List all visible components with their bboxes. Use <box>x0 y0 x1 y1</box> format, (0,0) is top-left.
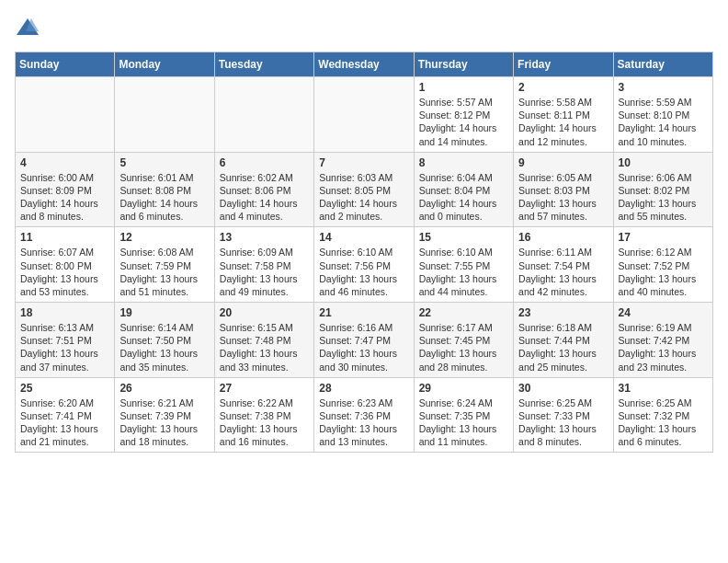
day-info: Sunrise: 5:59 AM Sunset: 8:10 PM Dayligh… <box>619 96 708 148</box>
calendar-cell: 30Sunrise: 6:25 AM Sunset: 7:33 PM Dayli… <box>514 377 613 453</box>
day-info: Sunrise: 6:18 AM Sunset: 7:44 PM Dayligh… <box>518 321 608 373</box>
day-number: 20 <box>220 306 309 319</box>
day-number: 4 <box>20 156 109 169</box>
day-number: 5 <box>119 156 209 169</box>
week-row-3: 11Sunrise: 6:07 AM Sunset: 8:00 PM Dayli… <box>16 227 713 303</box>
week-row-2: 4Sunrise: 6:00 AM Sunset: 8:09 PM Daylig… <box>16 152 713 227</box>
weekday-saturday: Saturday <box>613 52 712 77</box>
calendar-cell: 8Sunrise: 6:04 AM Sunset: 8:04 PM Daylig… <box>414 152 513 227</box>
calendar-cell: 24Sunrise: 6:19 AM Sunset: 7:42 PM Dayli… <box>613 303 712 378</box>
day-info: Sunrise: 6:04 AM Sunset: 8:04 PM Dayligh… <box>419 171 508 224</box>
day-info: Sunrise: 6:09 AM Sunset: 7:58 PM Dayligh… <box>220 246 309 298</box>
day-number: 1 <box>419 81 508 94</box>
day-info: Sunrise: 6:23 AM Sunset: 7:36 PM Dayligh… <box>319 396 408 449</box>
day-number: 12 <box>119 231 209 244</box>
day-info: Sunrise: 6:13 AM Sunset: 7:51 PM Dayligh… <box>20 321 109 373</box>
day-info: Sunrise: 6:05 AM Sunset: 8:03 PM Dayligh… <box>518 171 608 224</box>
calendar-cell: 26Sunrise: 6:21 AM Sunset: 7:39 PM Dayli… <box>115 377 214 453</box>
day-info: Sunrise: 6:00 AM Sunset: 8:09 PM Dayligh… <box>20 171 109 224</box>
day-info: Sunrise: 6:19 AM Sunset: 7:42 PM Dayligh… <box>619 321 708 373</box>
calendar-cell: 21Sunrise: 6:16 AM Sunset: 7:47 PM Dayli… <box>314 303 414 378</box>
weekday-header-row: SundayMondayTuesdayWednesdayThursdayFrid… <box>16 52 713 77</box>
day-info: Sunrise: 6:07 AM Sunset: 8:00 PM Dayligh… <box>20 246 109 298</box>
calendar-cell: 22Sunrise: 6:17 AM Sunset: 7:45 PM Dayli… <box>414 303 513 378</box>
day-number: 10 <box>619 156 708 169</box>
calendar-cell: 7Sunrise: 6:03 AM Sunset: 8:05 PM Daylig… <box>314 152 414 227</box>
day-info: Sunrise: 6:25 AM Sunset: 7:33 PM Dayligh… <box>518 396 608 449</box>
day-number: 14 <box>319 231 408 244</box>
day-number: 30 <box>518 382 608 395</box>
day-info: Sunrise: 6:16 AM Sunset: 7:47 PM Dayligh… <box>319 321 408 373</box>
calendar-cell: 2Sunrise: 5:58 AM Sunset: 8:11 PM Daylig… <box>514 77 613 153</box>
weekday-sunday: Sunday <box>16 52 115 77</box>
day-number: 23 <box>518 306 608 319</box>
calendar-cell: 9Sunrise: 6:05 AM Sunset: 8:03 PM Daylig… <box>514 152 613 227</box>
calendar-cell: 3Sunrise: 5:59 AM Sunset: 8:10 PM Daylig… <box>613 77 712 153</box>
calendar-cell: 12Sunrise: 6:08 AM Sunset: 7:59 PM Dayli… <box>115 227 214 303</box>
day-info: Sunrise: 6:25 AM Sunset: 7:32 PM Dayligh… <box>619 396 708 449</box>
weekday-tuesday: Tuesday <box>214 52 313 77</box>
calendar-cell <box>314 77 414 153</box>
day-number: 25 <box>20 382 109 395</box>
day-number: 19 <box>119 306 209 319</box>
calendar-cell: 23Sunrise: 6:18 AM Sunset: 7:44 PM Dayli… <box>514 303 613 378</box>
header <box>15 15 713 40</box>
day-info: Sunrise: 6:22 AM Sunset: 7:38 PM Dayligh… <box>220 396 309 449</box>
day-info: Sunrise: 6:08 AM Sunset: 7:59 PM Dayligh… <box>119 246 209 298</box>
day-number: 11 <box>20 231 109 244</box>
day-number: 17 <box>619 231 708 244</box>
day-info: Sunrise: 6:10 AM Sunset: 7:55 PM Dayligh… <box>419 246 508 298</box>
calendar-cell: 10Sunrise: 6:06 AM Sunset: 8:02 PM Dayli… <box>613 152 712 227</box>
calendar-cell: 18Sunrise: 6:13 AM Sunset: 7:51 PM Dayli… <box>16 303 115 378</box>
day-number: 15 <box>419 231 508 244</box>
calendar-cell: 15Sunrise: 6:10 AM Sunset: 7:55 PM Dayli… <box>414 227 513 303</box>
day-info: Sunrise: 6:11 AM Sunset: 7:54 PM Dayligh… <box>518 246 608 298</box>
day-number: 26 <box>119 382 209 395</box>
day-info: Sunrise: 5:58 AM Sunset: 8:11 PM Dayligh… <box>518 96 608 148</box>
day-number: 2 <box>518 81 608 94</box>
day-info: Sunrise: 6:01 AM Sunset: 8:08 PM Dayligh… <box>119 171 209 224</box>
day-info: Sunrise: 6:24 AM Sunset: 7:35 PM Dayligh… <box>419 396 508 449</box>
day-number: 18 <box>20 306 109 319</box>
day-info: Sunrise: 6:21 AM Sunset: 7:39 PM Dayligh… <box>119 396 209 449</box>
weekday-wednesday: Wednesday <box>314 52 414 77</box>
day-info: Sunrise: 6:15 AM Sunset: 7:48 PM Dayligh… <box>220 321 309 373</box>
day-number: 29 <box>419 382 508 395</box>
day-info: Sunrise: 5:57 AM Sunset: 8:12 PM Dayligh… <box>419 96 508 148</box>
calendar-cell: 31Sunrise: 6:25 AM Sunset: 7:32 PM Dayli… <box>613 377 712 453</box>
day-number: 27 <box>220 382 309 395</box>
day-info: Sunrise: 6:17 AM Sunset: 7:45 PM Dayligh… <box>419 321 508 373</box>
calendar-cell: 28Sunrise: 6:23 AM Sunset: 7:36 PM Dayli… <box>314 377 414 453</box>
calendar-cell: 11Sunrise: 6:07 AM Sunset: 8:00 PM Dayli… <box>16 227 115 303</box>
calendar-cell: 25Sunrise: 6:20 AM Sunset: 7:41 PM Dayli… <box>16 377 115 453</box>
week-row-4: 18Sunrise: 6:13 AM Sunset: 7:51 PM Dayli… <box>16 303 713 378</box>
day-number: 28 <box>319 382 408 395</box>
day-number: 9 <box>518 156 608 169</box>
calendar-table: SundayMondayTuesdayWednesdayThursdayFrid… <box>15 52 713 453</box>
day-number: 8 <box>419 156 508 169</box>
week-row-5: 25Sunrise: 6:20 AM Sunset: 7:41 PM Dayli… <box>16 377 713 453</box>
day-number: 24 <box>619 306 708 319</box>
calendar-cell: 19Sunrise: 6:14 AM Sunset: 7:50 PM Dayli… <box>115 303 214 378</box>
day-info: Sunrise: 6:14 AM Sunset: 7:50 PM Dayligh… <box>119 321 209 373</box>
day-info: Sunrise: 6:10 AM Sunset: 7:56 PM Dayligh… <box>319 246 408 298</box>
calendar-cell: 29Sunrise: 6:24 AM Sunset: 7:35 PM Dayli… <box>414 377 513 453</box>
calendar-cell <box>16 77 115 153</box>
calendar-cell: 20Sunrise: 6:15 AM Sunset: 7:48 PM Dayli… <box>214 303 313 378</box>
calendar-cell <box>115 77 214 153</box>
day-number: 22 <box>419 306 508 319</box>
logo-icon <box>15 15 40 40</box>
day-info: Sunrise: 6:20 AM Sunset: 7:41 PM Dayligh… <box>20 396 109 449</box>
calendar-cell: 16Sunrise: 6:11 AM Sunset: 7:54 PM Dayli… <box>514 227 613 303</box>
week-row-1: 1Sunrise: 5:57 AM Sunset: 8:12 PM Daylig… <box>16 77 713 153</box>
day-info: Sunrise: 6:03 AM Sunset: 8:05 PM Dayligh… <box>319 171 408 224</box>
calendar-cell: 4Sunrise: 6:00 AM Sunset: 8:09 PM Daylig… <box>16 152 115 227</box>
calendar-cell: 6Sunrise: 6:02 AM Sunset: 8:06 PM Daylig… <box>214 152 313 227</box>
day-info: Sunrise: 6:06 AM Sunset: 8:02 PM Dayligh… <box>619 171 708 224</box>
day-number: 21 <box>319 306 408 319</box>
calendar-cell: 17Sunrise: 6:12 AM Sunset: 7:52 PM Dayli… <box>613 227 712 303</box>
day-number: 16 <box>518 231 608 244</box>
logo <box>15 15 44 40</box>
day-number: 31 <box>619 382 708 395</box>
day-number: 13 <box>220 231 309 244</box>
